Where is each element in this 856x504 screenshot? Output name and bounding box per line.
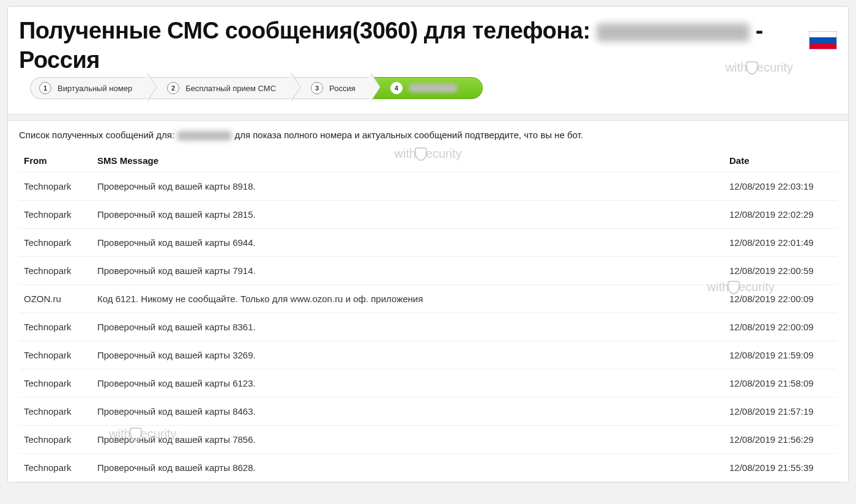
table-row[interactable]: TechnoparkПроверочный код вашей карты 83… [19, 313, 837, 341]
table-row[interactable]: TechnoparkПроверочный код вашей карты 79… [19, 257, 837, 285]
breadcrumb-number: 2 [167, 82, 179, 94]
table-row[interactable]: TechnoparkПроверочный код вашей карты 69… [19, 229, 837, 257]
cell-date: 12/08/2019 22:00:59 [727, 257, 837, 285]
col-header-date[interactable]: Date [727, 149, 837, 172]
cell-date: 12/08/2019 21:55:39 [727, 454, 837, 482]
cell-from: Technopark [19, 454, 92, 482]
cell-from: Technopark [19, 341, 92, 369]
cell-from: Technopark [19, 398, 92, 426]
title-mid: ) для телефона: [411, 18, 597, 43]
cell-from: OZON.ru [19, 285, 92, 313]
redacted-phone: XXXXXXXXXX [597, 23, 750, 42]
title-prefix: Полученные СМС сообщения( [19, 18, 360, 43]
breadcrumb-label: Бесплатный прием СМС [185, 84, 276, 93]
table-row[interactable]: TechnoparkПроверочный код вашей карты 89… [19, 172, 837, 201]
breadcrumb-label: Виртуальный номер [58, 84, 132, 93]
messages-section: Список полученных сообщений для: XXXXXXX… [8, 121, 848, 482]
cell-message: Проверочный код вашей карты 7856. [92, 426, 727, 454]
breadcrumb-item-2[interactable]: 2Бесплатный прием СМС [148, 77, 292, 99]
cell-message: Проверочный код вашей карты 8918. [92, 172, 727, 201]
col-header-message[interactable]: SMS Message [92, 149, 727, 172]
cell-message: Проверочный код вашей карты 8361. [92, 313, 727, 341]
breadcrumb-label: Россия [329, 84, 355, 93]
cell-message: Код 6121. Никому не сообщайте. Только дл… [92, 285, 727, 313]
cell-date: 12/08/2019 22:02:29 [727, 201, 837, 229]
table-row[interactable]: TechnoparkПроверочный код вашей карты 61… [19, 369, 837, 398]
cell-message: Проверочный код вашей карты 6123. [92, 369, 727, 398]
cell-date: 12/08/2019 22:03:19 [727, 172, 837, 201]
table-row[interactable]: TechnoparkПроверочный код вашей карты 78… [19, 426, 837, 454]
breadcrumb-number: 4 [390, 82, 403, 94]
cell-date: 12/08/2019 22:00:09 [727, 313, 837, 341]
table-header-row: From SMS Message Date [19, 149, 837, 172]
cell-from: Technopark [19, 369, 92, 398]
cell-message: Проверочный код вашей карты 3269. [92, 341, 727, 369]
table-row[interactable]: TechnoparkПроверочный код вашей карты 84… [19, 398, 837, 426]
redacted-number: XXXXXXX [177, 131, 232, 141]
cell-date: 12/08/2019 21:59:09 [727, 341, 837, 369]
message-count: 3060 [360, 18, 411, 43]
cell-message: Проверочный код вашей карты 8628. [92, 454, 727, 482]
cell-from: Technopark [19, 313, 92, 341]
cell-from: Technopark [19, 257, 92, 285]
caption-prefix: Список полученных сообщений для: [19, 130, 177, 140]
cell-date: 12/08/2019 21:57:19 [727, 398, 837, 426]
cell-message: Проверочный код вашей карты 8463. [92, 398, 727, 426]
cell-from: Technopark [19, 426, 92, 454]
breadcrumb-number: 3 [311, 82, 323, 94]
cell-from: Technopark [19, 172, 92, 201]
breadcrumb-number: 1 [39, 82, 51, 94]
breadcrumb-item-4[interactable]: 4XXXXX [371, 77, 483, 99]
header: Полученные СМС сообщения(3060) для телеф… [8, 7, 848, 114]
russia-flag-icon [809, 31, 837, 50]
page-container: Полученные СМС сообщения(3060) для телеф… [7, 6, 849, 483]
redacted-breadcrumb: XXXXX [409, 84, 458, 92]
cell-from: Technopark [19, 229, 92, 257]
cell-date: 12/08/2019 22:00:09 [727, 285, 837, 313]
table-row[interactable]: TechnoparkПроверочный код вашей карты 86… [19, 454, 837, 482]
caption-suffix: для показа полного номера и актуальных с… [234, 130, 582, 140]
table-row[interactable]: TechnoparkПроверочный код вашей карты 28… [19, 201, 837, 229]
cell-date: 12/08/2019 21:56:29 [727, 426, 837, 454]
breadcrumb-item-1[interactable]: 1Виртуальный номер [30, 77, 148, 99]
col-header-from[interactable]: From [19, 149, 92, 172]
table-caption: Список полученных сообщений для: XXXXXXX… [19, 130, 837, 149]
table-row[interactable]: TechnoparkПроверочный код вашей карты 32… [19, 341, 837, 369]
section-divider [8, 114, 848, 121]
cell-message: Проверочный код вашей карты 7914. [92, 257, 727, 285]
table-row[interactable]: OZON.ruКод 6121. Никому не сообщайте. То… [19, 285, 837, 313]
cell-from: Technopark [19, 201, 92, 229]
page-title: Полученные СМС сообщения(3060) для телеф… [19, 17, 837, 75]
breadcrumb: 1Виртуальный номер2Бесплатный прием СМС3… [19, 75, 837, 109]
cell-date: 12/08/2019 22:01:49 [727, 229, 837, 257]
breadcrumb-item-3[interactable]: 3Россия [292, 77, 371, 99]
cell-date: 12/08/2019 21:58:09 [727, 369, 837, 398]
cell-message: Проверочный код вашей карты 6944. [92, 229, 727, 257]
messages-table: From SMS Message Date TechnoparkПровероч… [19, 149, 837, 482]
cell-message: Проверочный код вашей карты 2815. [92, 201, 727, 229]
